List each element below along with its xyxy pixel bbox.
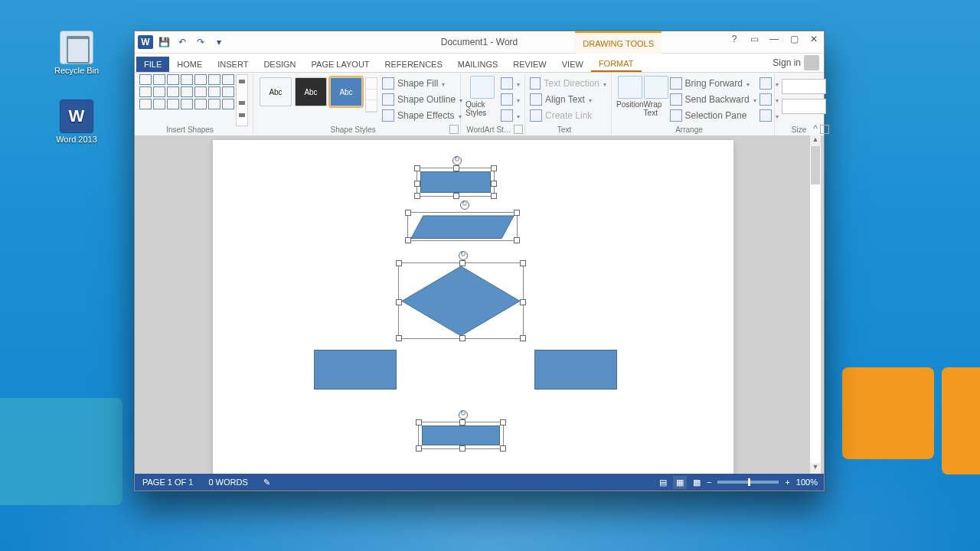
resize-handle[interactable]	[520, 260, 526, 266]
flowchart-process-shape[interactable]	[534, 350, 617, 390]
resize-handle[interactable]	[500, 419, 506, 425]
ribbon-display-options[interactable]: ▭	[744, 31, 764, 48]
text-effects-button[interactable]	[501, 108, 520, 123]
tab-view[interactable]: VIEW	[554, 57, 591, 72]
vertical-scrollbar[interactable]: ▲ ▼	[809, 135, 821, 474]
shape-fill-button[interactable]: Shape Fill	[382, 76, 462, 91]
dialog-launcher-icon[interactable]	[820, 125, 829, 134]
resize-handle[interactable]	[405, 237, 411, 243]
style-swatch-outline[interactable]: Abc	[260, 77, 292, 106]
print-layout-icon[interactable]: ▦	[673, 476, 687, 489]
scroll-thumb[interactable]	[811, 146, 820, 184]
selection-pane-icon	[670, 109, 682, 122]
tab-design[interactable]: DESIGN	[256, 57, 303, 72]
resize-handle[interactable]	[414, 165, 420, 171]
scroll-up-icon[interactable]: ▲	[810, 135, 821, 146]
shape-width-input[interactable]	[782, 99, 826, 114]
word-count[interactable]: 0 WORDS	[201, 478, 255, 487]
resize-handle[interactable]	[459, 445, 466, 452]
zoom-slider[interactable]	[717, 481, 779, 484]
sign-in-link[interactable]: Sign in	[773, 55, 819, 70]
text-outline-button[interactable]	[501, 92, 520, 107]
desktop-icon-recycle-bin[interactable]: Recycle Bin	[50, 31, 103, 75]
resize-handle[interactable]	[491, 165, 497, 171]
tab-file[interactable]: FILE	[136, 57, 169, 72]
resize-handle[interactable]	[459, 260, 466, 266]
resize-handle[interactable]	[396, 335, 402, 341]
maximize-button[interactable]: ▢	[784, 31, 804, 48]
resize-handle[interactable]	[514, 210, 520, 216]
resize-handle[interactable]	[416, 445, 422, 452]
quick-styles-button[interactable]: Quick Styles	[466, 74, 499, 123]
bring-forward-button[interactable]: Bring Forward	[670, 76, 756, 91]
close-button[interactable]: ✕	[804, 31, 824, 48]
rotation-handle-icon[interactable]	[459, 251, 468, 260]
resize-handle[interactable]	[453, 165, 459, 171]
resize-handle[interactable]	[491, 193, 497, 199]
dialog-launcher-icon[interactable]	[449, 125, 459, 134]
shape-effects-button[interactable]: Shape Effects	[382, 108, 462, 123]
zoom-level[interactable]: 100%	[796, 478, 818, 487]
resize-handle[interactable]	[414, 181, 420, 187]
text-fill-button[interactable]	[501, 76, 520, 91]
send-backward-button[interactable]: Send Backward	[670, 92, 756, 107]
tab-review[interactable]: REVIEW	[505, 57, 554, 72]
resize-handle[interactable]	[500, 445, 506, 452]
flowchart-decision-shape[interactable]	[398, 262, 524, 339]
group-label: Insert Shapes	[135, 126, 245, 134]
resize-handle[interactable]	[396, 260, 402, 266]
tab-insert[interactable]: INSERT	[210, 57, 256, 72]
resize-handle[interactable]	[453, 193, 459, 199]
rotation-handle-icon[interactable]	[460, 201, 469, 210]
flowchart-process-shape[interactable]	[416, 168, 495, 197]
rotation-handle-icon[interactable]	[459, 410, 468, 419]
zoom-in-button[interactable]: +	[785, 478, 789, 487]
style-swatch-black[interactable]: Abc	[295, 77, 327, 106]
resize-handle[interactable]	[520, 299, 526, 305]
help-button[interactable]: ?	[724, 31, 744, 48]
shape-outline-button[interactable]: Shape Outline	[382, 92, 462, 107]
shape-gallery[interactable]	[139, 74, 234, 126]
resize-handle[interactable]	[520, 335, 526, 341]
create-link-button[interactable]: Create Link	[530, 108, 606, 123]
resize-handle[interactable]	[414, 193, 420, 199]
resize-handle[interactable]	[459, 335, 466, 341]
resize-handle[interactable]	[514, 237, 520, 243]
resize-handle[interactable]	[416, 419, 422, 425]
resize-handle[interactable]	[459, 419, 466, 425]
shape-gallery-more-icon[interactable]	[236, 74, 248, 126]
style-gallery-scroll[interactable]	[365, 77, 377, 112]
tab-format[interactable]: FORMAT	[591, 56, 642, 72]
rotation-handle-icon[interactable]	[452, 156, 462, 165]
position-button[interactable]: Position	[616, 74, 644, 123]
collapse-ribbon-icon[interactable]: ^	[810, 123, 821, 134]
flowchart-process-shape[interactable]	[418, 422, 504, 449]
dialog-launcher-icon[interactable]	[514, 125, 523, 134]
read-mode-icon[interactable]: ▤	[659, 478, 667, 487]
page-indicator[interactable]: PAGE 1 OF 1	[135, 478, 201, 487]
proofing-icon[interactable]: ✎	[256, 478, 278, 487]
style-gallery[interactable]: Abc Abc Abc	[258, 74, 379, 116]
align-text-button[interactable]: Align Text	[530, 92, 606, 107]
tab-references[interactable]: REFERENCES	[377, 57, 450, 72]
wrap-text-button[interactable]: Wrap Text	[644, 74, 668, 123]
resize-handle[interactable]	[405, 210, 411, 216]
desktop-icon-word2013[interactable]: Word 2013	[50, 99, 103, 144]
flowchart-process-shape[interactable]	[314, 350, 397, 390]
scroll-down-icon[interactable]: ▼	[810, 463, 821, 474]
tab-page-layout[interactable]: PAGE LAYOUT	[304, 57, 377, 72]
flowchart-data-shape[interactable]	[407, 212, 518, 241]
shape-height-input[interactable]	[782, 79, 826, 94]
text-direction-button[interactable]: Text Direction	[530, 76, 606, 91]
document-page[interactable]	[213, 140, 733, 474]
resize-handle[interactable]	[491, 181, 497, 187]
web-layout-icon[interactable]: ▩	[693, 478, 701, 487]
resize-handle[interactable]	[396, 299, 402, 305]
zoom-out-button[interactable]: −	[707, 478, 711, 487]
style-swatch-blue-selected[interactable]: Abc	[330, 77, 362, 106]
selection-pane-button[interactable]: Selection Pane	[670, 108, 756, 123]
send-backward-icon	[670, 93, 682, 106]
tab-home[interactable]: HOME	[169, 57, 210, 72]
minimize-button[interactable]: —	[764, 31, 784, 48]
tab-mailings[interactable]: MAILINGS	[450, 57, 506, 72]
